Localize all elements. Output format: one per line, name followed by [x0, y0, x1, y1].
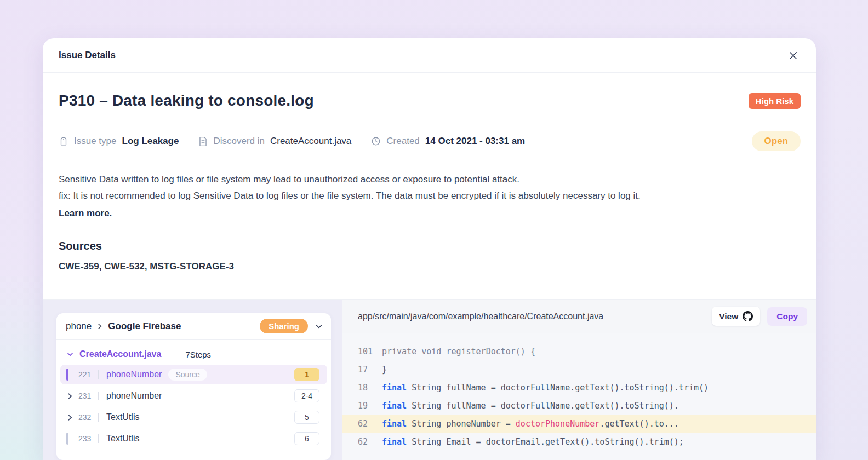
issue-title: P310 – Data leaking to console.log	[59, 92, 314, 110]
step-line-number: 231	[78, 392, 97, 400]
breadcrumb-destination: Google Firebase	[108, 321, 181, 332]
chevron-down-icon	[66, 350, 74, 358]
step-count-badge: 1	[294, 368, 319, 381]
meta-label: Issue type	[74, 136, 117, 147]
tag-icon	[59, 136, 68, 146]
step-marker-bar	[66, 433, 75, 445]
code-line-number: 17	[358, 365, 382, 375]
code-segment-plain: String Email = doctorEmail.getText().toS…	[407, 437, 684, 447]
sources-value: CWE-359, CWE-532, MSTG-STORAGE-3	[59, 261, 801, 272]
step-name: phoneNumber	[106, 391, 162, 401]
status-badge: Open	[752, 131, 801, 151]
issue-details-modal: Issue Details P310 – Data leaking to con…	[43, 38, 816, 460]
risk-badge: High Risk	[749, 93, 801, 109]
code-line-number: 101	[358, 347, 382, 357]
meta-item: Discoverd inCreateAccount.java	[198, 136, 351, 147]
description-line: fix: It is not recommended to log Sensit…	[59, 188, 801, 204]
step-count-badge: 6	[294, 432, 319, 445]
close-icon	[788, 50, 798, 61]
meta-item: Created14 Oct 2021 - 03:31 am	[371, 136, 525, 147]
data-flow-panel: phone Google Firebase Sharing	[43, 300, 342, 460]
chevron-down-icon[interactable]	[315, 322, 323, 331]
document-icon	[198, 136, 208, 147]
code-segment-danger: doctorPhoneNumber	[516, 419, 600, 429]
flow-breadcrumb: phone Google Firebase Sharing	[56, 313, 331, 340]
github-icon	[743, 311, 753, 321]
meta-value: 14 Oct 2021 - 03:31 am	[425, 136, 525, 147]
code-line: 62final String phoneNumber = doctorPhone…	[342, 415, 816, 433]
meta-value: CreateAccount.java	[270, 136, 351, 147]
sources-heading: Sources	[59, 240, 801, 252]
step-count-badge: 5	[294, 411, 319, 424]
divider	[98, 434, 99, 443]
code-segment-plain: .getText().to...	[599, 419, 679, 429]
tree-step-row[interactable]: 231phoneNumber2-4	[60, 386, 327, 406]
divider	[98, 392, 99, 400]
chevron-right-icon	[66, 393, 75, 400]
file-path: app/src/main/java/com/example/healthcare…	[358, 312, 603, 321]
code-line: 19final String fullName = doctorFullName…	[342, 396, 816, 415]
code-segment-keyword: final	[382, 383, 407, 393]
source-tag: Source	[168, 369, 207, 381]
step-count-badge: 2-4	[294, 389, 319, 403]
step-name: TextUtlis	[106, 412, 139, 422]
breadcrumb-source: phone	[66, 321, 92, 332]
chevron-right-icon	[96, 323, 103, 330]
step-name: phoneNumber	[106, 370, 162, 380]
tree-step-row[interactable]: 232TextUtlis5	[60, 407, 327, 427]
code-line-number: 62	[358, 437, 382, 447]
step-line-number: 221	[78, 370, 97, 379]
learn-more-link[interactable]: Learn more.	[59, 205, 112, 222]
view-button-label: View	[719, 312, 738, 321]
code-segment-plain: String fullName = doctorFullName.getText…	[407, 401, 679, 411]
copy-button[interactable]: Copy	[767, 307, 807, 326]
code-segment-keyword: final	[382, 401, 407, 411]
issue-meta: Issue typeLog LeakageDiscoverd inCreateA…	[59, 136, 525, 147]
modal-header: Issue Details	[43, 38, 816, 73]
data-flow-card: phone Google Firebase Sharing	[56, 313, 331, 460]
step-line-number: 232	[78, 413, 97, 422]
detail-split: phone Google Firebase Sharing	[43, 299, 816, 460]
clock-icon	[371, 136, 381, 146]
tree-file-name: CreateAccount.java	[79, 349, 161, 359]
code-panel: app/src/main/java/com/example/healthcare…	[342, 300, 816, 460]
sharing-badge: Sharing	[260, 319, 308, 334]
meta-label: Created	[386, 136, 419, 147]
close-button[interactable]	[785, 48, 801, 63]
tree-step-row[interactable]: 233TextUtlis6	[60, 429, 327, 449]
code-segment-keyword: final	[382, 419, 407, 429]
code-line-number: 62	[358, 419, 382, 429]
code-viewer: 101private void registerDoctor() {17}18f…	[342, 334, 816, 451]
code-line: 101private void registerDoctor() {	[342, 342, 816, 360]
divider	[98, 370, 99, 379]
code-line-number: 19	[358, 401, 382, 411]
code-line: 18final String fullName = doctorFullName…	[342, 378, 816, 396]
tree-file-steps: 7Steps	[185, 350, 211, 359]
meta-item: Issue typeLog Leakage	[59, 136, 179, 147]
divider	[98, 413, 99, 422]
code-segment-keyword: final	[382, 437, 407, 447]
step-line-number: 233	[78, 434, 97, 443]
description-line: Sensitive Data written to log files or f…	[59, 171, 801, 188]
chevron-right-icon	[66, 414, 75, 421]
issue-description: Sensitive Data written to log files or f…	[59, 171, 801, 222]
code-segment-plain: String phoneNumber =	[407, 419, 516, 429]
tree-rows: 221phoneNumberSource1231phoneNumber2-423…	[60, 365, 327, 449]
code-segment-muted: private void registerDoctor() {	[382, 347, 535, 357]
step-name: TextUtlis	[106, 434, 139, 444]
flow-tree: CreateAccount.java 7Steps 221phoneNumber…	[56, 340, 331, 449]
modal-title: Issue Details	[59, 50, 116, 61]
tree-file-row[interactable]: CreateAccount.java 7Steps	[60, 346, 327, 365]
code-segment-plain: String fullName = doctorFullName.getText…	[407, 383, 709, 393]
tree-step-row[interactable]: 221phoneNumberSource1	[60, 365, 327, 384]
code-line: 17}	[342, 360, 816, 378]
step-marker-bar	[66, 369, 75, 381]
issue-summary: P310 – Data leaking to console.log High …	[43, 73, 816, 272]
code-line: 62final String Email = doctorEmail.getTe…	[342, 433, 816, 451]
code-line-number: 18	[358, 383, 382, 393]
code-header: app/src/main/java/com/example/healthcare…	[342, 300, 816, 334]
meta-value: Log Leakage	[122, 136, 179, 147]
view-button[interactable]: View	[712, 307, 760, 326]
code-segment-plain: }	[382, 365, 387, 375]
meta-label: Discoverd in	[213, 136, 265, 147]
